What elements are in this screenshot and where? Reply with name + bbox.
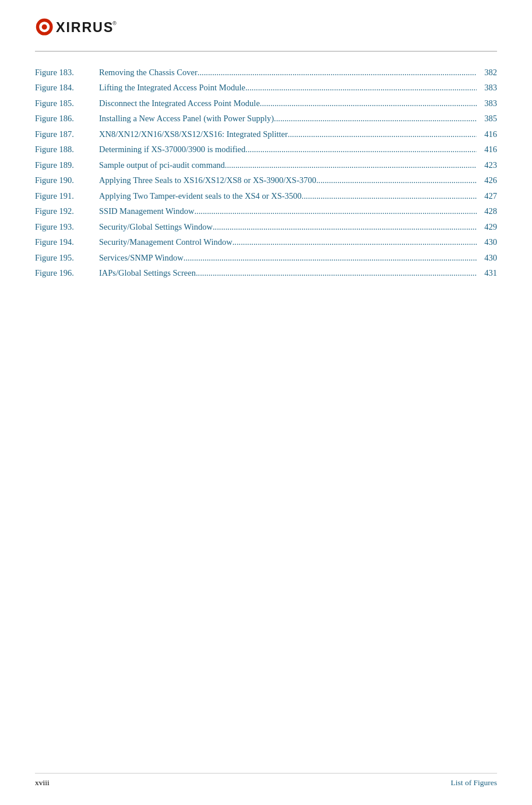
toc-item: Figure 183. Removing the Chassis Cover 3…	[35, 66, 497, 79]
figure-title: Security/Global Settings Window	[99, 220, 477, 233]
figure-title: Applying Three Seals to XS16/XS12/XS8 or…	[99, 174, 477, 187]
page-number: 385	[477, 112, 497, 125]
toc-item: Figure 188. Determining if XS-37000/3900…	[35, 143, 497, 156]
figure-label: Figure 195.	[35, 251, 99, 264]
page-number: 416	[477, 128, 497, 140]
page-number: 430	[477, 251, 497, 264]
figure-title: Services/SNMP Window	[99, 251, 477, 264]
figure-title: Sample output of pci-audit command	[99, 159, 477, 171]
figure-title: SSID Management Window	[99, 205, 477, 217]
figure-title: Security/Management Control Window	[99, 235, 477, 248]
toc-item: Figure 190. Applying Three Seals to XS16…	[35, 174, 497, 187]
toc-item: Figure 184. Lifting the Integrated Acces…	[35, 81, 497, 94]
figure-label: Figure 193.	[35, 220, 99, 233]
figure-label: Figure 186.	[35, 112, 99, 125]
svg-point-2	[42, 24, 47, 30]
figure-title: Lifting the Integrated Access Point Modu…	[99, 81, 477, 94]
toc-item: Figure 189. Sample output of pci-audit c…	[35, 159, 497, 171]
figure-label: Figure 191.	[35, 189, 99, 202]
toc-item: Figure 185. Disconnect the Integrated Ac…	[35, 97, 497, 110]
figure-title: Installing a New Access Panel (with Powe…	[99, 112, 477, 125]
page-number: 426	[477, 174, 497, 187]
page-number: 423	[477, 159, 497, 171]
svg-text:XIRRUS: XIRRUS	[56, 20, 114, 35]
figure-label: Figure 183.	[35, 66, 99, 79]
figure-label: Figure 190.	[35, 174, 99, 187]
figure-label: Figure 192.	[35, 205, 99, 217]
footer-page-number: xviii	[35, 778, 50, 788]
figure-title: IAPs/Global Settings Screen	[99, 266, 477, 279]
page-number: 430	[477, 235, 497, 248]
toc-list: Figure 183. Removing the Chassis Cover 3…	[35, 66, 497, 280]
figure-label: Figure 196.	[35, 266, 99, 279]
figure-label: Figure 194.	[35, 235, 99, 248]
figure-label: Figure 185.	[35, 97, 99, 110]
xirrus-logo: XIRRUS ®	[35, 17, 119, 44]
page-number: 427	[477, 189, 497, 202]
page-number: 383	[477, 97, 497, 110]
figure-title: Disconnect the Integrated Access Point M…	[99, 97, 477, 110]
toc-item: Figure 192. SSID Management Window 428	[35, 205, 497, 217]
figure-label: Figure 187.	[35, 128, 99, 140]
toc-item: Figure 187. XN8/XN12/XN16/XS8/XS12/XS16:…	[35, 128, 497, 140]
page-header: XIRRUS ®	[35, 17, 497, 52]
figure-title: Determining if XS-37000/3900 is modified	[99, 143, 477, 156]
toc-item: Figure 194. Security/Management Control …	[35, 235, 497, 248]
page-number: 431	[477, 266, 497, 279]
page-number: 382	[477, 66, 497, 79]
toc-item: Figure 186. Installing a New Access Pane…	[35, 112, 497, 125]
figure-title: Applying Two Tamper-evident seals to the…	[99, 189, 477, 202]
toc-item: Figure 196. IAPs/Global Settings Screen …	[35, 266, 497, 279]
page-number: 416	[477, 143, 497, 156]
figure-label: Figure 184.	[35, 81, 99, 94]
toc-item: Figure 191. Applying Two Tamper-evident …	[35, 189, 497, 202]
figure-label: Figure 189.	[35, 159, 99, 171]
page-number: 383	[477, 81, 497, 94]
logo-container: XIRRUS ®	[35, 17, 119, 44]
footer-section-title: List of Figures	[451, 778, 498, 788]
page-number: 429	[477, 220, 497, 233]
svg-text:®: ®	[112, 20, 117, 26]
toc-item: Figure 195. Services/SNMP Window 430	[35, 251, 497, 264]
page-container: XIRRUS ® Figure 183. Removing the Chassi…	[0, 0, 532, 805]
figure-title: Removing the Chassis Cover	[99, 66, 477, 79]
page-number: 428	[477, 205, 497, 217]
figure-title: XN8/XN12/XN16/XS8/XS12/XS16: Integrated …	[99, 128, 477, 140]
page-footer: xviii List of Figures	[35, 773, 497, 788]
figure-label: Figure 188.	[35, 143, 99, 156]
toc-item: Figure 193. Security/Global Settings Win…	[35, 220, 497, 233]
